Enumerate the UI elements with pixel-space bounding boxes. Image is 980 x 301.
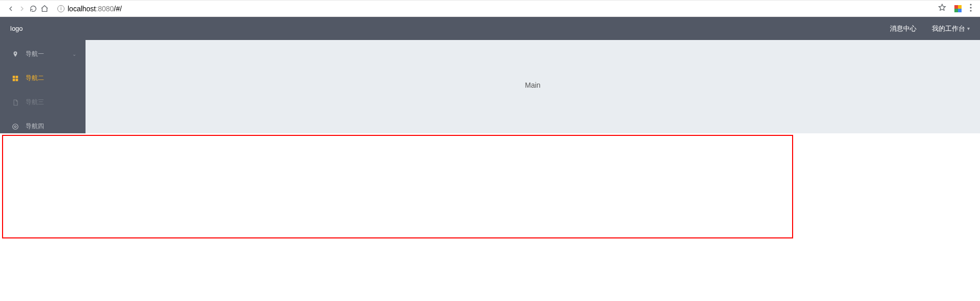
sidebar-item-label: 导航二 (26, 74, 44, 83)
main-panel: Main (86, 40, 980, 133)
svg-point-8 (13, 124, 18, 129)
sidebar-item-nav4[interactable]: 导航四 (0, 114, 86, 133)
url-port: :8080 (96, 5, 114, 13)
chevron-down-icon: ▾ (967, 26, 970, 31)
extension-icon[interactable] (954, 5, 962, 12)
sidebar-item-nav3[interactable]: 导航三 (0, 90, 86, 114)
sidebar-item-label: 导航四 (26, 122, 44, 131)
browser-menu-icon[interactable] (970, 4, 972, 13)
sidebar-item-label: 导航一 (26, 50, 44, 58)
browser-toolbar: i localhost:8080/#/ (0, 0, 980, 17)
svg-point-7 (14, 126, 16, 128)
url-host: localhost (68, 5, 96, 13)
sidebar-item-label: 导航三 (26, 98, 44, 107)
svg-rect-3 (13, 75, 15, 78)
svg-point-1 (970, 7, 971, 8)
header-link-label: 消息中心 (890, 24, 917, 33)
svg-rect-4 (16, 75, 18, 78)
back-button[interactable] (5, 3, 16, 14)
svg-point-0 (970, 4, 971, 5)
chevron-down-icon: ⌄ (72, 51, 76, 57)
forward-button[interactable] (16, 3, 28, 14)
app-header: logo 消息中心 我的工作台 ▾ (0, 17, 980, 40)
header-link-label: 我的工作台 (932, 24, 965, 33)
sidebar: 导航一 ⌄ 导航二 导航三 导航四 (0, 40, 86, 133)
svg-point-2 (970, 10, 971, 11)
svg-rect-5 (13, 78, 15, 81)
address-bar[interactable]: i localhost:8080/#/ (54, 3, 935, 14)
svg-rect-6 (16, 78, 18, 81)
document-icon (11, 98, 19, 107)
home-button[interactable] (39, 3, 50, 14)
location-icon (11, 50, 19, 58)
reload-button[interactable] (28, 3, 39, 14)
header-link-messages[interactable]: 消息中心 (890, 24, 917, 33)
header-link-workspace[interactable]: 我的工作台 ▾ (932, 24, 970, 33)
settings-icon (11, 123, 19, 131)
logo[interactable]: logo (10, 25, 23, 32)
url-path: /#/ (114, 5, 122, 13)
main-content-text: Main (525, 81, 540, 89)
bookmark-star-icon[interactable] (938, 4, 946, 13)
sidebar-item-nav2[interactable]: 导航二 (0, 66, 86, 90)
grid-icon (11, 74, 19, 83)
site-info-icon[interactable]: i (57, 5, 65, 12)
sidebar-item-nav1[interactable]: 导航一 ⌄ (0, 42, 86, 66)
